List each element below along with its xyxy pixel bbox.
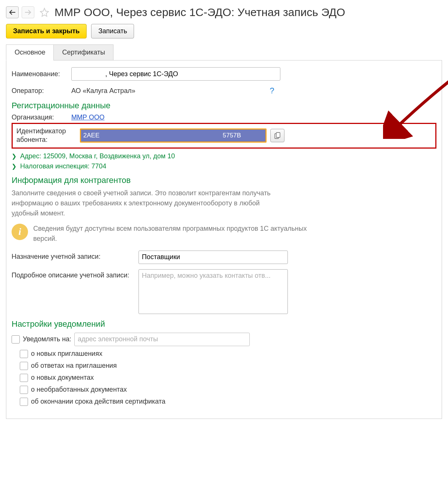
- info-note: Сведения будут доступны всем пользовател…: [33, 224, 309, 244]
- check-new-docs-label: о новых документах: [31, 374, 94, 382]
- organization-link[interactable]: ММР ООО: [71, 114, 105, 121]
- name-input[interactable]: [71, 67, 280, 81]
- notify-email-input[interactable]: [74, 333, 250, 346]
- check-cert-expiry-label: об окончании срока действия сертификата: [31, 398, 165, 405]
- check-new-invites[interactable]: [20, 350, 28, 358]
- counterparty-heading: Информация для контрагентов: [12, 175, 436, 185]
- name-label: Наименование:: [12, 70, 71, 78]
- chevron-right-icon: ❯: [12, 163, 16, 170]
- subscriber-id-label: Идентификатор абонента:: [16, 127, 76, 144]
- nav-forward-button[interactable]: [22, 6, 34, 18]
- address-expand-row[interactable]: ❯ Адрес: 125009, Москва г, Воздвиженка у…: [12, 152, 436, 160]
- save-and-close-button[interactable]: Записать и закрыть: [6, 24, 87, 38]
- check-invite-replies-label: об ответах на приглашения: [31, 362, 117, 370]
- check-invite-replies[interactable]: [20, 362, 28, 370]
- counterparty-desc: Заполните сведения о своей учетной запис…: [12, 188, 288, 218]
- check-new-invites-label: о новых приглашениях: [31, 350, 102, 358]
- favorite-star-icon[interactable]: [39, 7, 50, 18]
- check-unprocessed-docs-label: о необработанных документах: [31, 386, 127, 394]
- detail-textarea[interactable]: [139, 269, 288, 314]
- subscriber-id-label-l2: абонента:: [16, 136, 47, 143]
- tax-expand-row[interactable]: ❯ Налоговая инспекция: 7704: [12, 162, 436, 170]
- svg-rect-1: [276, 133, 280, 137]
- info-icon: i: [12, 224, 28, 240]
- tab-content: Наименование: Оператор: АО «Калуга Астра…: [6, 60, 442, 419]
- page-title: ММР ООО, Через сервис 1С-ЭДО: Учетная за…: [55, 6, 345, 19]
- operator-help-icon[interactable]: ?: [270, 86, 274, 96]
- purpose-label: Назначение учетной записи:: [12, 251, 139, 261]
- registration-heading: Регистрационные данные: [12, 101, 436, 111]
- check-new-docs[interactable]: [20, 374, 28, 382]
- subscriber-id-left: 2AEE: [83, 132, 99, 139]
- subscriber-id-label-l1: Идентификатор: [16, 127, 66, 135]
- subscriber-id-right: 5757B: [223, 132, 241, 139]
- chevron-right-icon: ❯: [12, 153, 16, 160]
- nav-back-button[interactable]: [6, 6, 19, 18]
- tab-main[interactable]: Основное: [6, 44, 54, 60]
- subscriber-id-highlight: Идентификатор абонента: 2AEE 5757B: [12, 123, 436, 149]
- tax-text: Налоговая инспекция: 7704: [20, 162, 106, 170]
- subscriber-id-field[interactable]: 2AEE 5757B: [80, 128, 267, 143]
- operator-value: АО «Калуга Астрал»: [71, 87, 136, 95]
- notify-heading: Настройки уведомлений: [12, 319, 436, 329]
- purpose-input[interactable]: [139, 251, 288, 264]
- tab-certificates[interactable]: Сертификаты: [53, 44, 113, 60]
- copy-id-button[interactable]: [270, 129, 284, 142]
- detail-label: Подробное описание учетной записи:: [12, 269, 139, 279]
- operator-label: Оператор:: [12, 87, 71, 95]
- notify-on-label: Уведомлять на:: [23, 335, 71, 343]
- check-cert-expiry[interactable]: [20, 398, 28, 406]
- notify-on-checkbox[interactable]: [12, 335, 20, 344]
- address-text: Адрес: 125009, Москва г, Воздвиженка ул,…: [20, 152, 175, 160]
- save-button[interactable]: Записать: [91, 24, 134, 38]
- check-unprocessed-docs[interactable]: [20, 386, 28, 394]
- organization-label: Организация:: [12, 114, 71, 121]
